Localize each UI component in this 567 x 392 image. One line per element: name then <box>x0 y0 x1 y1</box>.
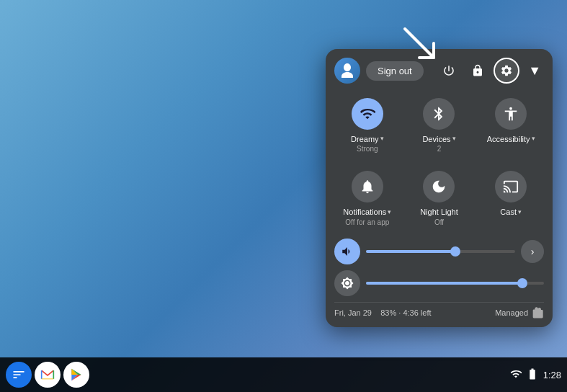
wifi-icon <box>352 98 383 130</box>
managed-label: Managed <box>495 308 528 317</box>
play-store-button[interactable] <box>63 362 89 388</box>
clock-display: 1:28 <box>543 370 561 380</box>
brightness-slider-row <box>334 270 544 296</box>
bluetooth-icon <box>423 98 455 130</box>
taskbar: 1:28 <box>0 357 567 392</box>
qs-tiles-grid: Dreamy ▾ Strong Devices ▾ 2 <box>334 92 544 233</box>
accessibility-icon <box>495 98 527 130</box>
settings-button[interactable] <box>494 58 519 84</box>
qs-collapse-button[interactable]: ▼ <box>525 61 544 81</box>
tile-notifications-label: Notifications ▾ Off for an app <box>343 207 391 226</box>
tile-dreamy[interactable]: Dreamy ▾ Strong <box>334 92 401 159</box>
tile-dreamy-label: Dreamy ▾ Strong <box>351 134 384 153</box>
battery-status-icon <box>526 368 539 383</box>
battery-status-label: 83% · 4:36 left <box>380 308 431 317</box>
wifi-status-icon <box>510 368 522 382</box>
date-label: Fri, Jan 29 <box>334 308 372 317</box>
qs-footer-date-battery: Fri, Jan 29 83% · 4:36 left <box>334 308 432 317</box>
tile-night-light[interactable]: Night Light Off <box>406 165 473 232</box>
qs-footer: Fri, Jan 29 83% · 4:36 left Managed <box>334 302 544 318</box>
svg-line-0 <box>405 29 434 58</box>
avatar <box>334 58 360 84</box>
tile-accessibility-label: Accessibility ▾ <box>487 134 535 144</box>
volume-slider-row: › <box>334 239 544 264</box>
tile-cast[interactable]: Cast ▾ <box>478 165 544 232</box>
tile-accessibility[interactable]: Accessibility ▾ <box>478 92 544 159</box>
notifications-icon <box>352 171 383 202</box>
brightness-icon[interactable] <box>334 270 360 296</box>
cast-icon <box>495 171 527 202</box>
tile-night-light-label: Night Light Off <box>420 207 458 226</box>
brightness-slider[interactable] <box>366 282 544 285</box>
lock-button[interactable] <box>465 58 491 84</box>
launcher-button[interactable] <box>6 362 32 388</box>
night-light-icon <box>423 171 455 202</box>
volume-expand-button[interactable]: › <box>521 240 544 263</box>
tile-devices[interactable]: Devices ▾ 2 <box>406 92 473 159</box>
taskbar-apps <box>6 362 89 388</box>
managed-icon <box>532 307 544 318</box>
taskbar-system: 1:28 <box>510 368 561 383</box>
tile-notifications[interactable]: Notifications ▾ Off for an app <box>334 165 401 232</box>
volume-icon[interactable] <box>334 239 360 264</box>
gmail-button[interactable] <box>35 362 61 388</box>
volume-slider[interactable] <box>366 250 515 253</box>
qs-footer-managed: Managed <box>495 307 544 318</box>
tile-cast-label: Cast ▾ <box>500 207 522 217</box>
arrow-indicator <box>398 22 441 68</box>
tile-devices-label: Devices ▾ 2 <box>422 134 455 153</box>
qs-header-icons <box>436 58 519 84</box>
quick-settings-panel: Sign out ▼ <box>326 49 553 327</box>
